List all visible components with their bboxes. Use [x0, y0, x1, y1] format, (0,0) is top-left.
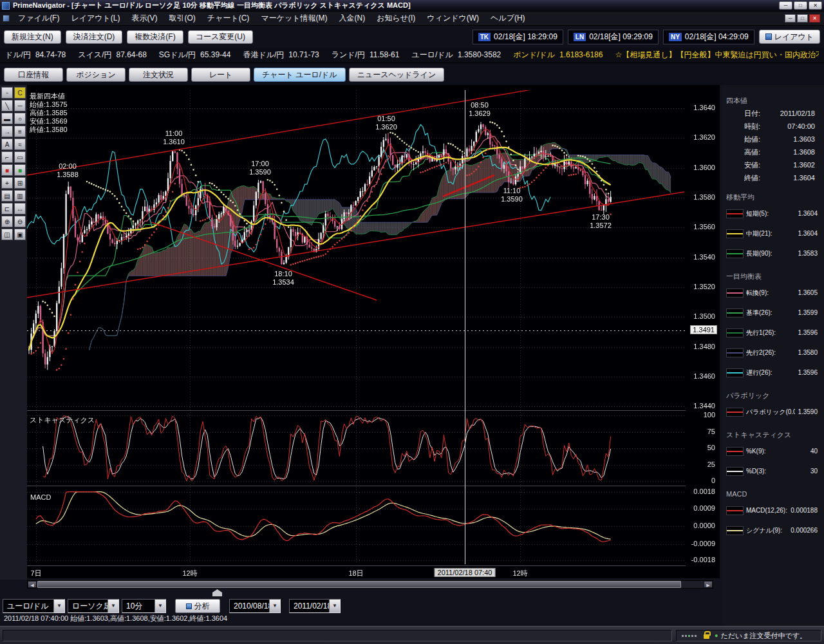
dropdown-arrow-icon[interactable]: ▼: [154, 600, 165, 612]
grid-tool[interactable]: ⊞: [14, 177, 26, 189]
trendline-tool[interactable]: ╲: [1, 100, 13, 111]
clock-tokyo-badge: TK: [478, 33, 491, 41]
scroll-right-icon[interactable]: ▶: [704, 581, 713, 588]
price-axis-tick: 1.3640: [693, 104, 715, 111]
expand-tool[interactable]: ↔: [14, 203, 26, 214]
layout-tool[interactable]: ▤: [1, 190, 13, 202]
rate-pair: 香港ドル/円: [243, 50, 284, 59]
menu-market-info[interactable]: マーケット情報(M): [255, 12, 333, 25]
zoom-in-tool[interactable]: ⊕: [1, 216, 13, 227]
panel-value: 0.000188: [788, 507, 818, 514]
analyze-button[interactable]: 分析: [175, 599, 220, 613]
rate-hkdjpy: 香港ドル/円10.71-73: [243, 50, 319, 61]
legend-swatch: [726, 506, 744, 515]
panel-label: 移動平均: [726, 193, 754, 202]
legend-swatch: [726, 289, 744, 298]
color-red-tool[interactable]: ■: [1, 164, 13, 176]
menu-view[interactable]: 表示(V): [126, 12, 164, 25]
dropdown-arrow-icon[interactable]: ▼: [53, 600, 64, 612]
maximize-button[interactable]: □: [794, 1, 807, 10]
window-controls: ─ □ ✕: [779, 1, 822, 10]
hand-tool[interactable]: +: [1, 177, 13, 189]
horizontal-line-tool[interactable]: ─: [14, 100, 26, 111]
panel-row: パラボリック(0.02): 1.3590: [722, 402, 824, 422]
rect-tool[interactable]: ▭: [14, 151, 26, 163]
menu-file[interactable]: ファイル(F): [12, 12, 65, 25]
new-order-button[interactable]: 新規注文(N): [4, 30, 61, 44]
dropdown-arrow-icon[interactable]: ▼: [108, 600, 118, 612]
rate-pair: ドル/円: [5, 50, 31, 59]
legend-swatch: [726, 249, 744, 258]
dropdown-arrow-icon[interactable]: ▼: [329, 600, 340, 612]
rate-value: 1.6183-6186: [559, 50, 603, 59]
minimize-button[interactable]: ─: [779, 1, 792, 10]
window-tool[interactable]: ◫: [1, 229, 13, 240]
date-to-select[interactable]: 2011/02/18 ▼: [289, 599, 341, 613]
panel-value: 40: [808, 448, 818, 455]
mdi-restore-button[interactable]: □: [797, 14, 808, 23]
mdi-minimize-button[interactable]: ─: [785, 14, 796, 23]
bracket-tool[interactable]: ⊏: [1, 203, 13, 214]
stochastic-axis-tick: 75: [707, 428, 715, 435]
list-tool[interactable]: ≡: [14, 126, 26, 137]
panel-row: 短期(5): 1.3604: [722, 204, 824, 223]
interval-select[interactable]: 10分 ▼: [122, 599, 166, 613]
layout-button[interactable]: レイアウト: [759, 30, 820, 44]
latest-ohlc-line: 安値:1.3569: [30, 117, 68, 126]
chart-config-tool[interactable]: C: [14, 87, 26, 99]
date-from-select[interactable]: 2010/08/18 ▼: [229, 599, 281, 613]
angle-tool[interactable]: ⌐: [1, 151, 13, 163]
chart-split-handle[interactable]: [212, 589, 222, 596]
clock-newyork: NY 02/18[金] 04:29:09: [663, 30, 754, 44]
tab-chart-eurusd[interactable]: チャート ユーロ/ドル: [254, 68, 346, 82]
x-axis-label: 18日: [348, 569, 363, 578]
price-axis-tick: 1.3460: [693, 372, 715, 380]
select-tool[interactable]: ▫: [1, 87, 13, 99]
ellipse-tool[interactable]: ○: [14, 113, 26, 124]
hscrollbar-thumb[interactable]: [37, 581, 681, 588]
panel-label: 日付:: [744, 109, 760, 118]
dropdown-arrow-icon[interactable]: ▼: [269, 600, 280, 612]
wave-tool[interactable]: ≈: [14, 138, 26, 150]
text-tool[interactable]: A: [1, 138, 13, 150]
tab-rates[interactable]: レート: [191, 68, 250, 82]
color-green-tool[interactable]: ■: [14, 164, 26, 176]
latest-ohlc-overlay: 最新四本値始値:1.3575高値:1.3585安値:1.3569終値:1.358…: [30, 92, 68, 134]
panel-row: 日付: 2011/02/18: [722, 107, 824, 120]
scroll-left-icon[interactable]: ◀: [28, 581, 37, 588]
menu-trade[interactable]: 取引(O): [164, 12, 201, 25]
segment-tool[interactable]: ▬: [1, 113, 13, 124]
menu-layout[interactable]: レイアウト(L): [65, 12, 126, 25]
course-change-button[interactable]: コース変更(U): [188, 30, 253, 44]
chart-type-select[interactable]: ローソク足 ▼: [68, 599, 119, 613]
rate-pair: ユーロ/ドル: [411, 50, 453, 59]
menu-help[interactable]: ヘルプ(H): [485, 12, 531, 25]
settle-order-button[interactable]: 決済注文(D): [66, 30, 123, 44]
menu-window[interactable]: ウィンドウ(W): [421, 12, 485, 25]
save-tool[interactable]: ▣: [14, 229, 26, 240]
panel-label: 中期(21):: [746, 229, 772, 238]
rate-gbpusd: ポンド/ドル1.6183-6186: [513, 50, 603, 61]
menu-bar: ファイル(F) レイアウト(L) 表示(V) 取引(O) チャート(C) マーケ…: [0, 12, 824, 26]
panel-tool[interactable]: ▥: [14, 190, 26, 202]
menu-notice[interactable]: お知らせ(I): [371, 12, 421, 25]
menu-chart[interactable]: チャート(C): [201, 12, 256, 25]
tab-news-headline[interactable]: ニュースヘッドライン: [349, 68, 445, 82]
zoom-out-tool[interactable]: ⊖: [14, 216, 26, 227]
currency-pair-select[interactable]: ユーロ/ドル ▼: [3, 599, 65, 613]
chart-hscrollbar[interactable]: ◀ ▶: [27, 580, 713, 589]
close-button[interactable]: ✕: [809, 1, 822, 10]
stochastic-axis-tick: 100: [704, 411, 715, 419]
chart-canvas[interactable]: [27, 90, 686, 567]
panel-row: 時刻: 07:40:00: [722, 120, 824, 133]
tab-account-info[interactable]: 口座情報: [4, 68, 63, 82]
panel-row: シグナル(9): 0.000266: [722, 520, 824, 540]
tab-positions[interactable]: ポジション: [66, 68, 126, 82]
multi-settle-button[interactable]: 複数決済(F): [127, 30, 183, 44]
price-axis-tick: 1.3600: [693, 164, 715, 171]
tab-order-status[interactable]: 注文状況: [129, 68, 188, 82]
mdi-close-button[interactable]: ✕: [809, 14, 820, 23]
arrow-tool[interactable]: →: [1, 126, 13, 137]
menu-deposit[interactable]: 入金(N): [333, 12, 371, 25]
panel-row: 安値: 1.3602: [722, 158, 824, 171]
